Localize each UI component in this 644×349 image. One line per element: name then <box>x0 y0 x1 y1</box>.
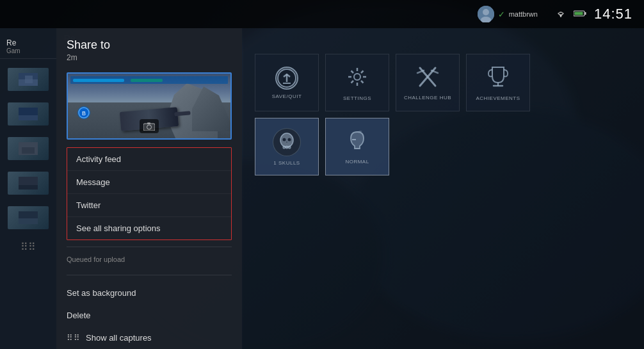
skulls-icon <box>273 128 301 156</box>
svg-rect-14 <box>25 76 33 83</box>
svg-rect-11 <box>574 12 583 15</box>
achievements-icon <box>487 65 509 92</box>
menu-tile-challenge-hub[interactable]: CHALLENGE HUB <box>396 54 460 111</box>
svg-point-50 <box>288 138 291 141</box>
share-panel: Share to 2m <box>56 28 242 349</box>
svg-line-38 <box>351 70 354 73</box>
set-background-option[interactable]: Set as background <box>56 282 242 304</box>
sidebar-thumb-2 <box>8 102 49 126</box>
show-captures-label: Show all captures <box>86 333 152 343</box>
menu-tile-achievements[interactable]: ACHIEVEMENTS <box>466 54 530 111</box>
sidebar-more-dots[interactable]: ⠿⠿ <box>0 236 56 258</box>
screenshot-preview[interactable]: B <box>67 72 232 140</box>
thumb-inner-4 <box>8 172 49 195</box>
share-activity-feed[interactable]: Activity feed <box>67 148 231 171</box>
svg-point-48 <box>280 133 293 147</box>
gun-barrel <box>174 111 190 116</box>
achievements-label: ACHIEVEMENTS <box>476 95 520 101</box>
hud-top-bar <box>70 76 228 84</box>
svg-rect-52 <box>286 146 288 149</box>
skulls-label: 1 SKULLS <box>273 160 300 166</box>
svg-point-49 <box>283 138 286 141</box>
game-menu: SAVE/QUIT <box>242 28 644 349</box>
challenge-hub-icon <box>415 65 440 91</box>
user-info-area: ✓ mattbrwn <box>478 6 538 22</box>
svg-line-41 <box>351 81 354 83</box>
svg-line-39 <box>361 81 364 83</box>
camera-overlay-icon <box>140 119 159 133</box>
hud-shield-circle: B <box>77 106 90 119</box>
save-quit-icon <box>275 67 298 90</box>
svg-point-6 <box>483 9 489 15</box>
thumb-inner-1 <box>8 68 49 91</box>
grid-dots-icon: ⠿⠿ <box>67 333 81 343</box>
share-header: Share to 2m <box>56 28 242 65</box>
battery-icon <box>574 10 586 19</box>
sidebar-item-2[interactable] <box>0 97 56 132</box>
show-all-captures-option[interactable]: ⠿⠿ Show all captures <box>56 327 242 349</box>
divider-1 <box>67 247 232 247</box>
sidebar-item-3[interactable] <box>0 132 56 166</box>
svg-point-8 <box>560 15 561 17</box>
svg-rect-22 <box>19 218 38 224</box>
thumb-inner-3 <box>8 137 49 160</box>
menu-tiles-row2: 1 SKULLS NORMAL <box>255 118 631 175</box>
share-time: 2m <box>67 53 232 62</box>
divider-2 <box>67 275 232 275</box>
menu-tile-settings[interactable]: SETTINGS <box>325 54 389 111</box>
username-label: mattbrwn <box>509 10 538 18</box>
sidebar-thumb-4 <box>8 172 49 195</box>
challenge-hub-label: CHALLENGE HUB <box>404 95 451 101</box>
menu-tiles-row1: SAVE/QUIT <box>255 54 631 111</box>
sidebar-header: Re Gam <box>0 35 56 59</box>
sidebar-thumb-5 <box>8 206 49 229</box>
svg-point-33 <box>354 74 360 80</box>
sidebar-title: Re <box>6 38 50 47</box>
svg-rect-20 <box>19 185 38 190</box>
svg-rect-23 <box>73 79 124 82</box>
svg-rect-29 <box>147 122 150 124</box>
top-bar: ✓ mattbrwn 14:51 <box>0 0 644 28</box>
share-twitter[interactable]: Twitter <box>67 194 231 217</box>
svg-rect-51 <box>283 146 286 149</box>
save-quit-label: SAVE/QUIT <box>272 93 302 99</box>
sidebar-thumb-1 <box>8 68 49 91</box>
menu-tile-normal[interactable]: NORMAL <box>325 118 389 175</box>
share-title: Share to <box>67 38 232 52</box>
normal-label: NORMAL <box>345 159 369 165</box>
settings-icon <box>345 65 369 92</box>
menu-tile-save-quit[interactable]: SAVE/QUIT <box>255 54 319 111</box>
svg-line-40 <box>361 70 364 73</box>
svg-rect-10 <box>584 12 586 15</box>
svg-rect-53 <box>289 146 291 149</box>
sidebar-item-1[interactable] <box>0 63 56 97</box>
time-display: 14:51 <box>594 6 632 22</box>
sidebar-subtitle: Gam <box>6 47 50 54</box>
delete-option[interactable]: Delete <box>56 304 242 327</box>
sidebar-item-4[interactable] <box>0 166 56 201</box>
left-sidebar: Re Gam <box>0 28 56 349</box>
share-see-all[interactable]: See all sharing options <box>67 217 231 239</box>
sidebar-thumb-3 <box>8 137 49 160</box>
share-options-group: Activity feed Message Twitter See all sh… <box>67 147 232 240</box>
svg-rect-24 <box>131 79 163 82</box>
svg-text:B: B <box>82 110 86 117</box>
thumb-inner-2 <box>8 102 49 126</box>
svg-rect-18 <box>22 147 35 154</box>
sidebar-item-5[interactable] <box>0 201 56 236</box>
menu-tile-skulls[interactable]: 1 SKULLS <box>255 118 319 175</box>
settings-label: SETTINGS <box>343 95 371 101</box>
thumb-inner-5 <box>8 206 49 229</box>
share-message[interactable]: Message <box>67 171 231 194</box>
svg-rect-16 <box>19 115 38 120</box>
queued-label: Queued for upload <box>56 253 242 268</box>
screenshot-scene: B <box>68 74 230 138</box>
wifi-icon <box>556 9 566 20</box>
avatar <box>478 6 494 22</box>
online-check-icon: ✓ <box>498 10 505 19</box>
normal-icon <box>346 129 369 155</box>
